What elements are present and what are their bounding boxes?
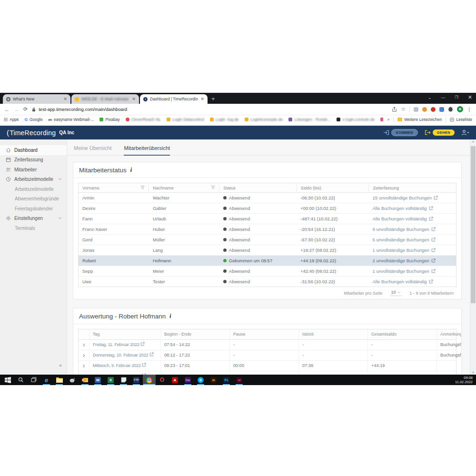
taskbar-outlook-icon[interactable]: O: [79, 375, 91, 385]
buchungen-link[interactable]: Alle Buchungen vollständig: [372, 206, 433, 211]
taskbar-file-explorer-icon[interactable]: [53, 375, 66, 385]
column-header-tag[interactable]: Tag: [89, 329, 160, 339]
bookmarks-overflow-icon[interactable]: »: [387, 117, 389, 122]
tab-search-icon[interactable]: ⌄: [428, 95, 432, 100]
column-header-anmerkung[interactable]: Anmerkung: [436, 329, 462, 339]
sidebar-item-arbeitszeitmodelle[interactable]: Arbeitszeitmodelle: [0, 184, 67, 194]
taskbar-excel-icon[interactable]: X: [104, 375, 117, 385]
expand-row-button[interactable]: [79, 340, 89, 350]
buchungen-link[interactable]: 9 unvollständige Buchungen: [372, 227, 435, 232]
page-size-select[interactable]: 10: [390, 290, 402, 296]
table-row[interactable]: RobertHofmannGekommen um 08:57+44:19 (09…: [79, 256, 456, 266]
bookmark-item[interactable]: GGoogle: [24, 117, 42, 122]
table-row[interactable]: Dienstag, 8. Februar 2022 --00:00+36:41: [79, 371, 456, 375]
back-icon[interactable]: ←: [4, 107, 10, 112]
new-tab-button[interactable]: +: [211, 95, 215, 102]
day-link[interactable]: Freitag, 11. Februar 2022: [93, 342, 139, 347]
column-header-istzeit[interactable]: Istzeit: [298, 329, 367, 339]
column-header-zeiterfassung[interactable]: Zeiterfassung: [368, 183, 456, 192]
buchungen-link[interactable]: 1 unvollständige Buchungen: [372, 268, 435, 274]
url-field[interactable]: test-app.timerecording.com/main/dashboar…: [32, 107, 387, 112]
more-bookmarks-button[interactable]: Weitere Lesezeichen: [397, 117, 442, 122]
user-menu-icon[interactable]: [461, 129, 469, 136]
profile-avatar[interactable]: R: [457, 106, 463, 112]
table-row[interactable]: Freitag, 11. Februar 2022 07:54 - 14:22-…: [79, 340, 456, 350]
table-row[interactable]: GerdMüllerAbwesend-67:30 (10.02.22)6 unv…: [79, 235, 456, 245]
table-row[interactable]: ArminWachterAbwesend-06:30 (10.02.22)15 …: [79, 193, 456, 203]
close-button[interactable]: ✕: [468, 94, 472, 100]
sidebar-item-abwesenheitsgr-nde[interactable]: Abwesenheitsgründe: [0, 194, 67, 204]
taskbar-start-icon[interactable]: [1, 375, 14, 385]
browser-tab-dashboard[interactable]: t Dashboard | TimeRecording ✕: [140, 94, 208, 104]
taskbar-clock[interactable]: 09:08 11.02.2022: [455, 376, 476, 384]
table-row[interactable]: Donnerstag, 10. Februar 2022 08:12 - 17:…: [79, 350, 456, 361]
tab-close-icon[interactable]: ✕: [63, 97, 67, 101]
table-row[interactable]: DesireGablerAbwesend+00:00 (10.02.22)All…: [79, 203, 456, 214]
scroll-up-icon[interactable]: ▲: [470, 140, 476, 143]
taskbar-indesign-icon[interactable]: Id: [233, 375, 246, 385]
buchungen-link[interactable]: 15 unvollständige Buchungen: [372, 195, 438, 200]
column-header-gesamtsaldo[interactable]: Gesamtsaldo: [367, 329, 436, 339]
extension-icon[interactable]: [439, 107, 444, 112]
table-row[interactable]: Mittwoch, 9. Februar 2022 09:23 - 17:010…: [79, 361, 456, 371]
chrome-menu-icon[interactable]: ⋮: [467, 107, 472, 112]
forward-icon[interactable]: →: [14, 107, 19, 112]
column-header-saldo[interactable]: Saldo (bis): [297, 183, 369, 192]
taskbar-dreamweaver-icon[interactable]: Dw: [181, 375, 194, 385]
tab-close-icon[interactable]: ✕: [132, 97, 136, 101]
filter-icon[interactable]: [140, 186, 145, 190]
reading-list-button[interactable]: Leseliste: [450, 117, 472, 122]
sidebar-item-terminals[interactable]: Terminals: [0, 223, 67, 233]
tab-mitarbeiteruebersicht[interactable]: Mitarbeiterübersicht: [124, 145, 170, 155]
table-row[interactable]: FannUrlaubAbwesend-487:41 (10.02.22)Alle…: [79, 214, 456, 224]
expand-row-button[interactable]: [79, 361, 89, 371]
taskbar-skype-icon[interactable]: S: [194, 375, 207, 385]
bookmark-item[interactable]: Apps: [4, 117, 19, 122]
bookmark-item[interactable]: LoginKonzepte.de: [245, 117, 283, 122]
column-header-status[interactable]: Status: [219, 183, 296, 192]
sidebar-item-zeiterfassung[interactable]: Zeiterfassung: [0, 155, 67, 165]
table-row[interactable]: Franz-XaverHuberAbwesend-20:54 (16.12.21…: [79, 224, 456, 235]
bookmark-item[interactable]: Login Datacontrol: [167, 117, 204, 122]
browser-tab-whats-new[interactable]: ◎ What's New ✕: [3, 94, 70, 104]
table-row[interactable]: SeppMeierAbwesend+42:40 (08.02.22)1 unvo…: [79, 266, 456, 277]
share-icon[interactable]: [392, 107, 397, 112]
reload-icon[interactable]: ⟳: [23, 106, 28, 112]
info-icon[interactable]: i: [169, 313, 171, 320]
day-link[interactable]: Donnerstag, 10. Februar 2022: [93, 353, 148, 357]
extensions-puzzle-icon[interactable]: [448, 107, 453, 112]
sidebar-item-arbeitszeitmodelle[interactable]: Arbeitszeitmodelle: [0, 175, 67, 185]
taskbar-filezilla-ftp-icon[interactable]: FTP: [130, 375, 143, 385]
tab-close-icon[interactable]: ✕: [200, 97, 204, 101]
taskbar-acrobat-icon[interactable]: A: [169, 375, 181, 385]
page-scrollbar[interactable]: ▲ ▼: [470, 139, 476, 375]
sidebar-collapse-button[interactable]: «: [59, 362, 62, 368]
scrollbar-thumb[interactable]: [471, 146, 476, 303]
sidebar-item-dashboard[interactable]: Dashboard: [0, 145, 67, 155]
taskbar-photoshop-icon[interactable]: Ps: [220, 375, 233, 385]
taskbar-search-icon[interactable]: [14, 375, 27, 385]
taskbar-chrome-icon[interactable]: [143, 375, 156, 385]
buchungen-link[interactable]: Alle Buchungen vollständig: [372, 279, 433, 284]
scroll-down-icon[interactable]: ▼: [470, 371, 476, 374]
taskbar-word-icon[interactable]: W: [91, 375, 104, 385]
sidebar-item-mitarbeiter[interactable]: Mitarbeiter: [0, 165, 67, 175]
bookmark-item[interactable]: Pixabay: [99, 117, 119, 122]
filter-icon[interactable]: [211, 186, 215, 190]
sidebar-item-einstellungen[interactable]: Einstellungen: [0, 214, 67, 224]
extension-icon[interactable]: [431, 107, 436, 112]
table-row[interactable]: UweTesterAbwesend-31:56 (10.02.22)Alle B…: [79, 277, 456, 287]
column-header-vorname[interactable]: Vorname: [79, 183, 149, 192]
bookmark-item[interactable]: Login -log.de: [210, 117, 239, 122]
kommen-button[interactable]: KOMMEN: [383, 129, 418, 136]
gehen-button[interactable]: GEHEN: [425, 129, 455, 136]
extension-icon[interactable]: [414, 107, 418, 112]
restore-button[interactable]: ❐: [455, 95, 458, 99]
bookmark-item[interactable]: Pakete A1 Digitaldr...: [380, 117, 383, 122]
sidebar-item-feiertagskalender[interactable]: Feiertagskalender: [0, 204, 67, 214]
tab-meine-uebersicht[interactable]: Meine Übersicht: [74, 145, 111, 155]
buchungen-link[interactable]: 2 unvollständige Buchungen: [372, 258, 435, 263]
minimize-button[interactable]: —: [441, 95, 446, 100]
column-header-beginn-ende[interactable]: Beginn - Ende: [160, 329, 229, 339]
taskbar-sticky-notes-icon[interactable]: [117, 375, 130, 385]
